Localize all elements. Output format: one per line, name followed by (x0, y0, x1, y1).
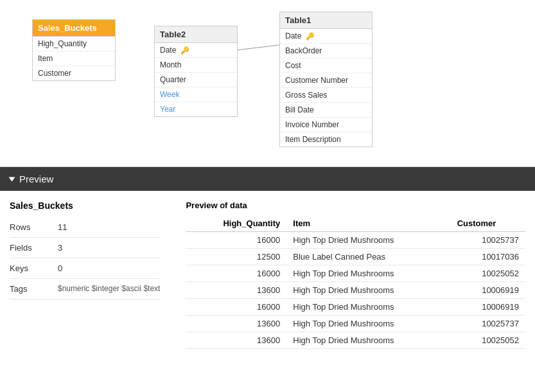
field-item: Item (33, 51, 115, 66)
cell-customer: 10006919 (451, 299, 525, 316)
meta-label-keys: Keys (10, 263, 45, 273)
field-date-t1: Date 🔑 (280, 29, 372, 44)
cell-high-quantity: 13600 (186, 282, 286, 299)
field-backorder: BackOrder (280, 44, 372, 58)
cell-customer: 10025052 (451, 265, 525, 282)
key-icon-t1: 🔑 (306, 32, 315, 40)
field-customer: Customer (33, 66, 115, 80)
table1-header: Table1 (280, 12, 372, 29)
col-header-item: Item (286, 215, 450, 232)
table2-header: Table2 (155, 26, 237, 43)
diagram-area: Sales_Buckets High_Quantity Item Custome… (0, 0, 535, 167)
key-icon-t2: 🔑 (180, 46, 189, 54)
sales-buckets-table: Sales_Buckets High_Quantity Item Custome… (32, 19, 116, 81)
cell-item: High Top Dried Mushrooms (286, 332, 450, 349)
field-cost: Cost (280, 58, 372, 73)
table-row: 16000 High Top Dried Mushrooms 10025737 (186, 232, 525, 249)
table-row: 16000 High Top Dried Mushrooms 10006919 (186, 299, 525, 316)
cell-high-quantity: 16000 (186, 299, 286, 316)
data-preview: Preview of data High_Quantity Item Custo… (186, 200, 525, 349)
cell-customer: 10025737 (451, 316, 525, 332)
table1-table: Table1 Date 🔑 BackOrder Cost Customer Nu… (279, 12, 373, 147)
meta-label-rows: Rows (10, 222, 45, 232)
meta-label-fields: Fields (10, 243, 45, 253)
data-preview-title: Preview of data (186, 200, 525, 210)
field-quarter: Quarter (155, 73, 237, 87)
meta-value-rows: 11 (58, 222, 67, 232)
cell-high-quantity: 13600 (186, 316, 286, 332)
cell-item: High Top Dried Mushrooms (286, 232, 450, 249)
meta-row-rows: Rows 11 (10, 217, 160, 238)
cell-customer: 10006919 (451, 282, 525, 299)
meta-row-fields: Fields 3 (10, 238, 160, 258)
meta-row-keys: Keys 0 (10, 258, 160, 279)
cell-customer: 10025052 (451, 332, 525, 349)
preview-header: Preview (0, 167, 535, 191)
cell-customer: 10017036 (451, 249, 525, 265)
table-header-row: High_Quantity Item Customer (186, 215, 525, 232)
metadata-section: Sales_Buckets Rows 11 Fields 3 Keys 0 Ta… (10, 200, 160, 349)
meta-label-tags: Tags (10, 284, 45, 294)
preview-title: Preview (19, 174, 53, 184)
meta-value-keys: 0 (58, 263, 62, 273)
cell-high-quantity: 13600 (186, 332, 286, 349)
field-date-t2: Date 🔑 (155, 43, 237, 58)
col-header-high-quantity: High_Quantity (186, 215, 286, 232)
field-bill-date: Bill Date (280, 103, 372, 118)
table-row: 12500 Blue Label Canned Peas 10017036 (186, 249, 525, 265)
meta-value-tags: $numeric $integer $ascii $text (58, 284, 160, 294)
cell-item: High Top Dried Mushrooms (286, 265, 450, 282)
collapse-icon[interactable] (9, 177, 15, 181)
col-header-customer: Customer (451, 215, 525, 232)
field-item-description: Item Description (280, 132, 372, 147)
field-gross-sales: Gross Sales (280, 88, 372, 103)
cell-item: Blue Label Canned Peas (286, 249, 450, 265)
cell-high-quantity: 16000 (186, 232, 286, 249)
field-invoice-number: Invoice Number (280, 118, 372, 132)
table-row: 13600 High Top Dried Mushrooms 10006919 (186, 282, 525, 299)
field-high-quantity: High_Quantity (33, 37, 115, 51)
cell-high-quantity: 12500 (186, 249, 286, 265)
field-month: Month (155, 58, 237, 73)
cell-high-quantity: 16000 (186, 265, 286, 282)
meta-value-fields: 3 (58, 243, 62, 253)
meta-title: Sales_Buckets (10, 200, 160, 211)
table2-table: Table2 Date 🔑 Month Quarter Week Year (154, 26, 238, 117)
cell-item: High Top Dried Mushrooms (286, 282, 450, 299)
table-row: 16000 High Top Dried Mushrooms 10025052 (186, 265, 525, 282)
field-year: Year (155, 102, 237, 116)
data-table: High_Quantity Item Customer 16000 High T… (186, 215, 525, 349)
table-row: 13600 High Top Dried Mushrooms 10025737 (186, 316, 525, 332)
meta-row-tags: Tags $numeric $integer $ascii $text (10, 279, 160, 299)
sales-buckets-header: Sales_Buckets (33, 20, 115, 37)
cell-customer: 10025737 (451, 232, 525, 249)
field-week: Week (155, 87, 237, 102)
cell-item: High Top Dried Mushrooms (286, 299, 450, 316)
field-customer-number: Customer Number (280, 73, 372, 88)
table-row: 13600 High Top Dried Mushrooms 10025052 (186, 332, 525, 349)
cell-item: High Top Dried Mushrooms (286, 316, 450, 332)
preview-body: Sales_Buckets Rows 11 Fields 3 Keys 0 Ta… (0, 191, 535, 359)
